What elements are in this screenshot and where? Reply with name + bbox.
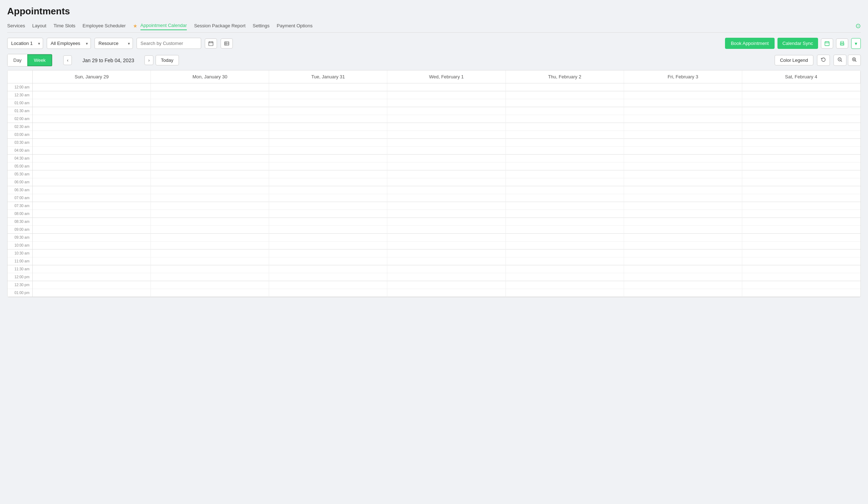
time-slot[interactable] [151,155,269,162]
time-slot[interactable] [269,226,387,234]
time-slot[interactable] [269,202,387,210]
time-slot[interactable] [269,99,387,107]
time-slot[interactable] [742,99,860,107]
time-slot[interactable] [506,273,624,281]
time-slot[interactable] [742,218,860,226]
time-slot[interactable] [624,210,742,218]
time-slot[interactable] [624,178,742,186]
time-slot[interactable] [33,139,151,147]
time-slot[interactable] [33,123,151,131]
location-select[interactable]: Location 1 Location 2 Location 3 [7,38,43,49]
time-slot[interactable] [387,91,505,99]
time-slot[interactable] [624,257,742,265]
time-slot[interactable] [33,147,151,155]
time-slot[interactable] [387,218,505,226]
time-slot[interactable] [33,115,151,123]
time-slot[interactable] [151,257,269,265]
calendar-picker-icon-button[interactable] [205,38,217,49]
time-slot[interactable] [387,226,505,234]
time-slot[interactable] [33,234,151,242]
time-slot[interactable] [33,155,151,162]
time-slot[interactable] [269,123,387,131]
next-week-button[interactable]: › [144,55,153,65]
time-slot[interactable] [624,249,742,257]
expand-nav-button[interactable]: ⊙ [855,22,861,30]
time-slot[interactable] [742,139,860,147]
time-slot[interactable] [151,289,269,297]
time-slot[interactable] [742,242,860,249]
time-slot[interactable] [387,139,505,147]
time-slot[interactable] [387,281,505,289]
time-slot[interactable] [269,131,387,139]
time-slot[interactable] [151,218,269,226]
time-slot[interactable] [151,123,269,131]
time-slot[interactable] [742,281,860,289]
time-slot[interactable] [742,194,860,202]
calendar-sync-button[interactable]: Calendar Sync [777,38,818,49]
time-slot[interactable] [269,273,387,281]
time-slot[interactable] [506,91,624,99]
time-slot[interactable] [624,186,742,194]
time-slot[interactable] [624,218,742,226]
time-slot[interactable] [151,131,269,139]
time-slot[interactable] [33,83,151,91]
time-slot[interactable] [33,202,151,210]
time-slot[interactable] [151,186,269,194]
time-slot[interactable] [269,139,387,147]
time-slot[interactable] [624,99,742,107]
time-slot[interactable] [33,226,151,234]
time-slot[interactable] [506,178,624,186]
time-slot[interactable] [387,210,505,218]
time-slot[interactable] [269,178,387,186]
time-slot[interactable] [624,139,742,147]
time-slot[interactable] [506,281,624,289]
time-slot[interactable] [151,178,269,186]
time-slot[interactable] [387,99,505,107]
time-slot[interactable] [269,249,387,257]
time-slot[interactable] [742,123,860,131]
time-slot[interactable] [387,123,505,131]
time-slot[interactable] [506,210,624,218]
time-slot[interactable] [624,83,742,91]
time-slot[interactable] [742,155,860,162]
time-slot[interactable] [33,249,151,257]
time-slot[interactable] [742,257,860,265]
time-slot[interactable] [269,218,387,226]
time-slot[interactable] [269,289,387,297]
time-slot[interactable] [387,115,505,123]
time-slot[interactable] [506,115,624,123]
time-slot[interactable] [33,273,151,281]
refresh-button[interactable] [817,55,830,66]
list-view-icon-button[interactable] [221,38,233,49]
time-slot[interactable] [506,257,624,265]
time-slot[interactable] [151,273,269,281]
time-slot[interactable] [624,242,742,249]
time-slot[interactable] [33,242,151,249]
time-slot[interactable] [742,249,860,257]
time-slot[interactable] [33,194,151,202]
time-slot[interactable] [506,186,624,194]
time-slot[interactable] [151,170,269,178]
time-slot[interactable] [624,107,742,115]
time-slot[interactable] [387,234,505,242]
nav-item-appointment-calendar[interactable]: Appointment Calendar [140,21,187,30]
time-slot[interactable] [151,91,269,99]
time-slot[interactable] [387,249,505,257]
time-slot[interactable] [33,91,151,99]
nav-item-payment-options[interactable]: Payment Options [277,22,313,30]
time-slot[interactable] [506,131,624,139]
time-slot[interactable] [624,155,742,162]
search-input[interactable] [137,38,201,49]
time-slot[interactable] [506,139,624,147]
time-slot[interactable] [742,289,860,297]
nav-item-session-package-report[interactable]: Session Package Report [194,22,245,30]
time-slot[interactable] [33,257,151,265]
time-slot[interactable] [387,273,505,281]
time-slot[interactable] [742,226,860,234]
time-slot[interactable] [387,83,505,91]
time-slot[interactable] [269,265,387,273]
time-slot[interactable] [269,186,387,194]
time-slot[interactable] [269,107,387,115]
time-slot[interactable] [269,257,387,265]
time-slot[interactable] [151,226,269,234]
